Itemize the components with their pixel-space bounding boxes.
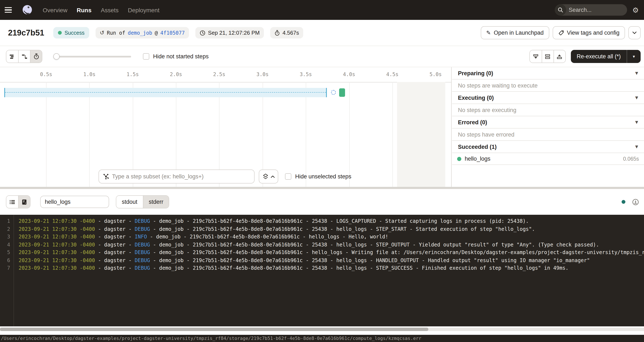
stopwatch-icon [274, 30, 280, 36]
log-message: - demo_job - 219c7b51-b62f-4e5b-8de8-0e7… [150, 250, 644, 255]
nav-item-deployment[interactable]: Deployment [128, 6, 160, 13]
nav-item-runs[interactable]: Runs [77, 6, 92, 13]
status-section-header[interactable]: Executing (0) ▼ [452, 92, 644, 104]
run-actions-dropdown-button[interactable] [628, 26, 640, 39]
line-number: 6 [0, 256, 10, 264]
log-timestamp: 2023-09-21 12:07:30 -0400 [18, 234, 95, 240]
nav-item-overview[interactable]: Overview [43, 6, 68, 13]
download-logs-button[interactable] [631, 198, 640, 206]
step-status-sections: Preparing (0) ▼ No steps are waiting to … [452, 67, 644, 141]
flat-view-icon[interactable] [6, 50, 18, 62]
status-section-title: Preparing (0) [458, 70, 493, 76]
collapse-triangle-icon[interactable]: ▼ [635, 144, 638, 149]
op-graph-icon [103, 173, 109, 180]
succeeded-section-title: Succeeded (1) [458, 144, 497, 150]
log-timestamp: 2023-09-21 12:07:30 -0400 [18, 257, 95, 263]
hide-unselected-checkbox[interactable]: Hide unselected steps [285, 173, 352, 180]
log-timestamp: 2023-09-21 12:07:30 -0400 [18, 226, 95, 232]
step-waiting-band [4, 88, 327, 97]
log-output[interactable]: 12023-09-21 12:07:30 -0400 - dagster - D… [0, 215, 644, 326]
step-start-marker-icon [331, 90, 336, 95]
gantt-step-bar-hello-logs[interactable] [339, 88, 345, 97]
open-in-launchpad-button[interactable]: ✎ Open in Launchpad [481, 26, 549, 39]
step-filter-row: Hide unselected steps [0, 170, 451, 184]
status-section-message: No steps have errored [452, 128, 644, 141]
tick-label: 2.0s [170, 72, 182, 77]
status-section: Executing (0) ▼ No steps are executing [452, 92, 644, 116]
status-section-header[interactable]: Preparing (0) ▼ [452, 67, 644, 80]
log-timestamp: 2023-09-21 12:07:30 -0400 [18, 265, 95, 271]
hamburger-menu-icon[interactable] [5, 4, 16, 16]
tab-stdout[interactable]: stdout [116, 196, 143, 208]
log-level: DEBUG [135, 257, 150, 263]
succeeded-step-row[interactable]: hello_logs 0.065s [452, 153, 644, 165]
settings-gear-icon[interactable]: ⚙ [627, 6, 644, 14]
reexecute-all-button[interactable]: Re-execute all (*) ▾ [571, 50, 640, 63]
log-view-mode-group [6, 195, 30, 208]
search-box[interactable]: / [555, 4, 627, 16]
reexecute-caret-icon[interactable]: ▾ [627, 54, 640, 59]
step-duration: 0.065s [623, 156, 639, 162]
scrollbar-thumb[interactable] [0, 328, 428, 331]
tick-label: 4.5s [386, 72, 398, 77]
graph-query-toggle-button[interactable] [259, 170, 278, 184]
collapse-triangle-icon[interactable]: ▼ [635, 71, 638, 75]
run-header: 219c7b51 Success ↺ Run of demo_job @ 4f1… [0, 20, 644, 46]
status-section-title: Errored (0) [458, 119, 487, 125]
success-dot-icon [58, 31, 62, 35]
nav-right: / ⚙ [555, 4, 644, 16]
tick-label: 3.5s [300, 72, 312, 77]
dagster-run-page: Overview Runs Assets Deployment / ⚙ 219c… [0, 0, 644, 342]
step-subset-input[interactable] [112, 173, 250, 180]
status-section: Errored (0) ▼ No steps have errored [452, 116, 644, 141]
gantt-chart[interactable]: 0.5s 1.0s 1.5s 2.0s [0, 67, 452, 187]
log-capture-status-dot-icon [622, 200, 626, 204]
log-source: - dagster - [95, 250, 135, 255]
structured-log-view-icon[interactable] [6, 196, 18, 208]
gantt-zoom-slider[interactable] [53, 53, 131, 60]
expand-up-icon[interactable] [553, 50, 565, 62]
raw-log-view-icon[interactable] [18, 196, 30, 208]
line-number: 5 [0, 248, 10, 256]
run-duration-tag: 4.567s [270, 27, 303, 38]
log-level: DEBUG [135, 265, 150, 271]
log-level: INFO [135, 234, 147, 240]
log-line: 72023-09-21 12:07:30 -0400 - dagster - D… [0, 264, 644, 272]
status-section-title: Executing (0) [458, 94, 494, 101]
stdout-stderr-tabs: stdout stderr [116, 195, 169, 208]
view-tags-config-button[interactable]: View tags and config [552, 26, 625, 39]
log-source: - dagster - [95, 242, 135, 248]
collapse-down-icon[interactable] [530, 50, 542, 62]
succeeded-section-header[interactable]: Succeeded (1) ▼ [452, 141, 644, 153]
nav-item-assets[interactable]: Assets [101, 6, 118, 13]
search-input[interactable] [566, 7, 627, 13]
tick-label: 5.0s [430, 72, 442, 77]
log-line: 42023-09-21 12:07:30 -0400 - dagster - D… [0, 241, 644, 248]
tab-stderr[interactable]: stderr [143, 196, 169, 208]
run-status-badge: Success [53, 27, 89, 38]
tick-label: 2.5s [213, 72, 226, 77]
waterfall-view-icon[interactable] [18, 50, 30, 62]
log-step-filter-input[interactable] [40, 196, 109, 208]
split-panels-icon[interactable] [542, 50, 553, 62]
status-section: Preparing (0) ▼ No steps are waiting to … [452, 67, 644, 92]
log-line: 52023-09-21 12:07:30 -0400 - dagster - D… [0, 248, 644, 256]
status-section-header[interactable]: Errored (0) ▼ [452, 116, 644, 128]
collapse-triangle-icon[interactable]: ▼ [635, 96, 638, 100]
checkbox-icon[interactable] [143, 53, 149, 60]
pencil-icon: ✎ [486, 30, 491, 36]
log-timestamp: 2023-09-21 12:07:30 -0400 [18, 218, 95, 224]
panel-layout-group [529, 50, 566, 63]
slider-knob[interactable] [53, 53, 60, 60]
snapshot-link[interactable]: 4f105077 [160, 30, 185, 36]
hide-not-started-checkbox[interactable]: Hide not started steps [143, 53, 209, 60]
log-source: - dagster - [95, 218, 135, 224]
log-source: - dagster - [95, 234, 135, 240]
collapse-triangle-icon[interactable]: ▼ [635, 120, 638, 124]
timed-view-icon[interactable] [30, 50, 42, 62]
log-level: DEBUG [135, 242, 150, 248]
step-subset-inputbox[interactable] [98, 170, 254, 184]
checkbox-icon[interactable] [285, 173, 291, 180]
job-link[interactable]: demo_job [128, 30, 152, 36]
split-resizer-handle[interactable] [0, 187, 644, 189]
